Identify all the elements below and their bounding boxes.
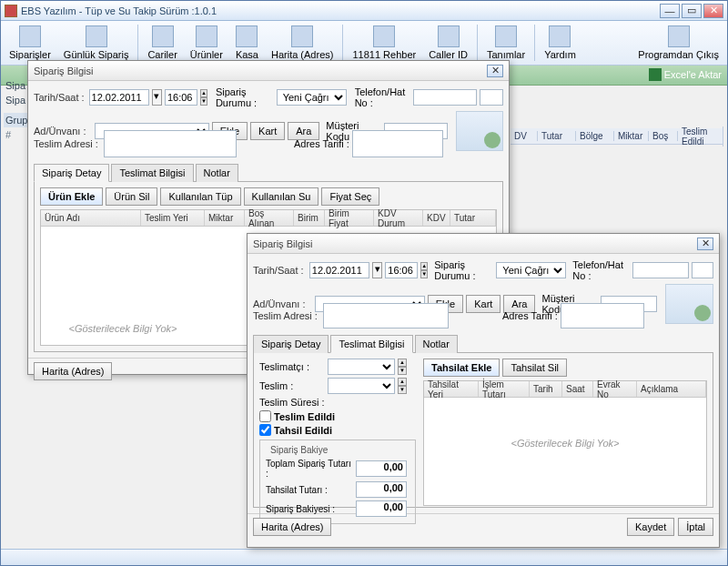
btn-usedsu[interactable]: Kullanılan Su [244,187,319,206]
tb-dir[interactable]: 11811 Rehber [346,23,422,63]
collect-nodata: <Gösterilecek Bilgi Yok> [511,438,619,449]
time2-input[interactable] [385,262,418,278]
tb-defs[interactable]: Tanımlar [480,23,531,63]
order2-titlebar[interactable]: Sipariş Bilgisi ✕ [248,234,719,254]
line2-input[interactable] [692,262,713,278]
order2-map-btn[interactable]: Harita (Adres) [253,518,331,536]
tab2-notes[interactable]: Notlar [415,335,458,353]
tb-help[interactable]: Yardım [538,23,582,63]
col-teslim[interactable]: Teslim Edildi [678,126,723,147]
dc8[interactable]: Tutar [450,210,496,226]
daily-icon [86,25,107,47]
lbl-balance: Sipariş Bakiyesi : [266,504,353,514]
tb-map[interactable]: Harita (Adres) [265,23,339,63]
date-dd-icon[interactable]: ▾ [152,89,162,106]
line-input[interactable] [480,89,503,106]
col-dv[interactable]: DV [511,131,538,141]
lbl-addr: Teslim Adresi : [34,138,101,149]
lbl2-addrdesc: Adres Tarifi : [502,310,558,321]
card2-button[interactable]: Kart [466,295,500,313]
btn-usedtup[interactable]: Kullanılan Tüp [160,187,240,206]
status2-select[interactable]: Yeni Çağrı [496,262,566,278]
time-stepper[interactable]: ▲▼ [200,89,207,106]
cc2[interactable]: Tarih [530,381,562,397]
addr-input[interactable] [104,130,237,157]
side-row-1[interactable]: Sipa [4,78,29,93]
cancel-button[interactable]: İptal [678,518,713,536]
tb-daily[interactable]: Günlük Sipariş [57,23,136,63]
save-button[interactable]: Kaydet [627,518,674,536]
date2-dd-icon[interactable]: ▾ [372,262,383,278]
tb-exit[interactable]: Programdan Çıkış [632,23,725,63]
col-miktar[interactable]: Miktar [614,131,649,141]
time2-stepper[interactable]: ▲▼ [420,262,428,278]
col-tutar[interactable]: Tutar [538,131,576,141]
order1-close[interactable]: ✕ [487,65,503,77]
dc0[interactable]: Ürün Adı [41,210,141,226]
dc1[interactable]: Teslim Yeri [141,210,205,226]
chk-collected[interactable] [259,424,271,436]
order2-footer: Harita (Adres) Kaydet İptal [248,513,719,540]
tab-delivery[interactable]: Teslimat Bilgisi [111,164,193,182]
order1-tabs: Sipariş Detay Teslimat Bilgisi Notlar [34,163,503,182]
cc4[interactable]: Evrak No [593,381,637,397]
orders-icon [19,25,41,47]
minimize-button[interactable]: — [660,4,680,18]
date2-input[interactable] [309,262,369,278]
cc1[interactable]: İşlem Tutarı [479,381,530,397]
tb-accounts[interactable]: Cariler [141,23,183,63]
order1-titlebar[interactable]: Sipariş Bilgisi ✕ [28,61,509,81]
side-row-3[interactable]: Grup [4,113,29,127]
btn-delprod[interactable]: Ürün Sil [106,187,157,206]
tab2-detail[interactable]: Sipariş Detay [253,335,329,353]
btn-delcollect[interactable]: Tahsilat Sil [502,359,567,377]
deliv-stepper[interactable]: ▲▼ [398,378,407,394]
btn-addcollect[interactable]: Tahsilat Ekle [423,359,500,377]
deliv-select[interactable] [328,378,395,394]
lbl-datetime: Tarih/Saat : [34,92,86,103]
dc2[interactable]: Miktar [205,210,245,226]
col-bolge[interactable]: Bölge [576,131,614,141]
status-select[interactable]: Yeni Çağrı [277,89,347,106]
addr2-input[interactable] [323,303,449,328]
main-toolbar: Siparişler Günlük Sipariş Cariler Ürünle… [1,21,727,66]
btn-price[interactable]: Fiyat Seç [321,187,379,206]
close-button[interactable]: ✕ [703,4,723,18]
dc3[interactable]: Boş Alınan [245,210,294,226]
tab-notes[interactable]: Notlar [196,164,238,182]
lbl-collected: Tahsil Edildi [274,425,332,436]
dc5[interactable]: Birim Fiyat [325,210,374,226]
courier-select[interactable] [328,359,395,375]
addrdesc2-input[interactable] [561,303,644,328]
cc0[interactable]: Tahsilat Yeri [424,381,479,397]
col-bos[interactable]: Boş [649,131,678,141]
tb-orders[interactable]: Siparişler [3,23,57,63]
phone2-input[interactable] [632,262,689,278]
tb-products[interactable]: Ürünler [184,23,229,63]
dc4[interactable]: Birim [294,210,325,226]
excel-export-link[interactable]: Excel'e Aktar [649,68,722,81]
order1-map-btn[interactable]: Harita (Adres) [34,362,112,380]
tb-cid[interactable]: Caller ID [422,23,474,63]
search-button[interactable]: Ara [288,122,319,140]
card-button[interactable]: Kart [250,122,285,140]
date-input[interactable] [89,89,149,106]
tb-cash[interactable]: Kasa [229,23,265,63]
phone-input[interactable] [413,89,477,106]
tab-detail[interactable]: Sipariş Detay [34,164,109,182]
order2-close[interactable]: ✕ [697,238,713,250]
dc6[interactable]: KDV Durum [374,210,423,226]
maximize-button[interactable]: ▭ [682,4,702,18]
collect-grid[interactable]: Tahsilat Yeri İşlem Tutarı Tarih Saat Ev… [423,380,707,506]
tab2-delivery[interactable]: Teslimat Bilgisi [330,335,412,353]
dc7[interactable]: KDV [423,210,450,226]
time-input[interactable] [165,89,197,106]
cc3[interactable]: Saat [562,381,593,397]
cc5[interactable]: Açıklama [637,381,706,397]
side-row-2[interactable]: Sipa [4,93,29,107]
chk-delivered[interactable] [259,410,271,422]
addrdesc-input[interactable] [352,130,443,157]
val-total: 0,00 [356,460,407,477]
courier-stepper[interactable]: ▲▼ [398,359,407,375]
btn-addprod[interactable]: Ürün Ekle [40,187,103,206]
